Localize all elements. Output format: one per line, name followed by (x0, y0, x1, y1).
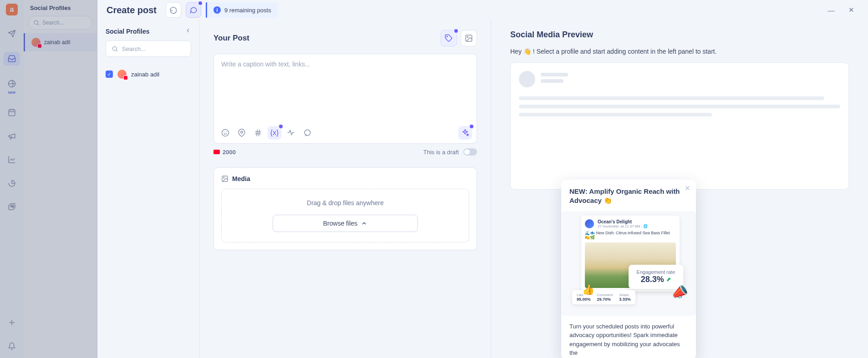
popup-illustration: Ocean's Delight 27 november, at 11:37 AM… (561, 211, 696, 316)
profiles-search-input[interactable]: Search... (106, 40, 191, 57)
undo-button[interactable] (166, 2, 181, 18)
preview-skeleton (510, 62, 849, 190)
media-title: Media (232, 175, 250, 182)
compose-column: Your Post Write a caption with text, lin… (200, 20, 491, 358)
minimize-button[interactable]: — (823, 2, 839, 18)
variables-button[interactable]: {x} (268, 126, 281, 140)
stat-share-value: 3.33% (619, 297, 631, 302)
close-button[interactable]: ✕ (843, 2, 859, 18)
promo-caption: 🌊🐟 New Dish: Citrus-Infused Sea Bass Fil… (585, 231, 676, 240)
avatar (117, 70, 127, 79)
ai-generate-button[interactable] (458, 126, 472, 140)
wave-button[interactable] (284, 126, 298, 140)
draft-label: This is a draft (423, 149, 459, 156)
stat-comment-value: 29.70% (597, 297, 613, 302)
popup-title: NEW: Amplify Organic Reach with Advocacy… (569, 187, 688, 206)
drop-text: Drag & drop files anywhere (228, 199, 462, 207)
spark-badge-icon (278, 124, 284, 129)
svg-point-11 (223, 177, 224, 178)
preview-title: Social Media Preview (510, 30, 849, 40)
profile-item-name: zainab adil (131, 71, 159, 78)
popup-desc: Turn your scheduled posts into powerful … (569, 322, 688, 358)
stat-comment-label: Comment (597, 293, 613, 297)
profiles-search-placeholder: Search... (122, 45, 146, 52)
modal-header: Create post i 9 remaining posts — ✕ (97, 0, 868, 20)
remaining-posts-chip[interactable]: i 9 remaining posts (206, 2, 278, 18)
emoji-button[interactable] (218, 126, 232, 140)
remaining-posts-text: 9 remaining posts (224, 7, 271, 14)
caption-input[interactable]: Write a caption with text, links... (214, 54, 477, 122)
media-section: Media Drag & drop files anywhere Browse … (213, 167, 477, 250)
modal-title: Create post (107, 5, 157, 15)
svg-point-9 (241, 131, 243, 133)
promo-avatar (585, 219, 594, 228)
ai-assist-button[interactable] (186, 2, 201, 18)
stat-share-label: Share (619, 293, 631, 297)
editor-toolbar: {x} (214, 122, 477, 143)
draft-toggle[interactable] (463, 148, 477, 156)
profiles-title: Social Profiles (106, 28, 149, 35)
location-button[interactable] (235, 126, 249, 140)
engagement-value: 28.3% (641, 275, 664, 284)
profiles-column: Social Profiles Search... ✓ zainab adil (97, 20, 200, 358)
trend-up-icon: ⬈ (666, 276, 671, 282)
stat-like-value: 95.00% (577, 297, 591, 302)
svg-point-8 (222, 130, 229, 136)
profile-item[interactable]: ✓ zainab adil (106, 70, 191, 79)
svg-point-4 (113, 46, 117, 50)
network-badge-icon (123, 76, 128, 80)
promo-sub: 27 november, at 11:37 AM · 🌐 (598, 224, 648, 228)
advocacy-popup: ✕ NEW: Amplify Organic Reach with Advoca… (561, 180, 696, 358)
promo-name: Ocean's Delight (598, 219, 648, 224)
browse-label: Browse files (323, 220, 357, 227)
stats-card: Like95.00% Comment29.70% Share3.33% (572, 290, 635, 304)
hashtag-button[interactable] (251, 126, 265, 140)
tag-button[interactable] (441, 30, 457, 46)
checkbox-checked-icon[interactable]: ✓ (106, 71, 113, 78)
youtube-icon (213, 150, 220, 154)
spark-badge-icon (198, 0, 203, 6)
media-dropzone[interactable]: Drag & drop files anywhere Browse files (221, 189, 469, 242)
svg-point-5 (447, 36, 448, 37)
spark-badge-icon (469, 124, 474, 129)
svg-point-7 (467, 36, 468, 37)
char-counter: 2000 (213, 149, 236, 156)
preview-hint: Hey 👋 ! Select a profile and start addin… (510, 48, 849, 55)
thumb-icon: 👍 (582, 284, 594, 296)
char-limit: 2000 (223, 149, 236, 156)
image-button[interactable] (461, 30, 477, 46)
create-post-modal: Create post i 9 remaining posts — ✕ Soci… (97, 0, 868, 358)
engagement-label: Engagement rate (637, 269, 675, 275)
caption-editor: Write a caption with text, links... {x} (213, 54, 477, 144)
chat-button[interactable] (300, 126, 314, 140)
info-icon: i (213, 6, 221, 14)
spark-badge-icon (453, 28, 459, 34)
popup-close-button[interactable]: ✕ (685, 184, 690, 192)
collapse-profiles-button[interactable] (185, 27, 191, 35)
browse-files-button[interactable]: Browse files (273, 215, 418, 232)
megaphone-emoji-icon: 📣 (670, 282, 689, 301)
compose-title: Your Post (213, 34, 249, 43)
